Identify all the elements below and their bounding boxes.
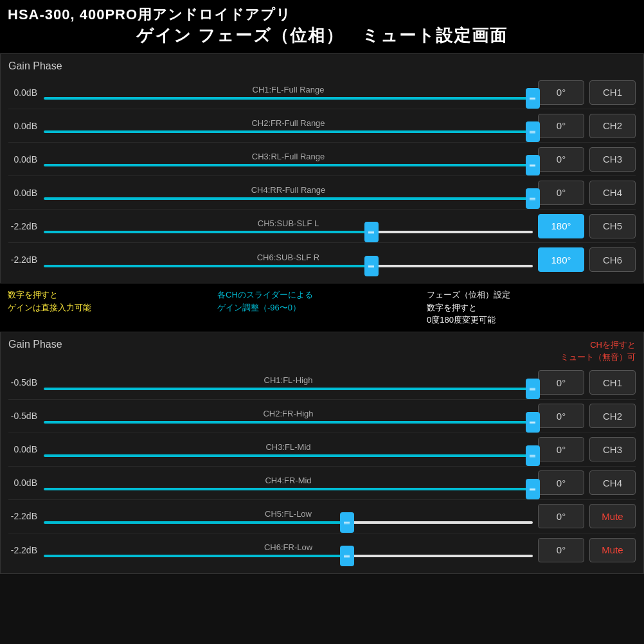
slider-area: CH4:FR-Mid — [44, 476, 533, 490]
channel-label: CH1:FL-High — [264, 375, 313, 385]
phase-button[interactable]: 0° — [538, 114, 584, 138]
header-line1: HSA-300, 400PRO用アンドロイドアプリ — [8, 5, 636, 24]
slider-area: CH1:FL-Full Range — [44, 85, 533, 100]
db-label: -0.5dB — [8, 377, 44, 388]
phase-button[interactable]: 0° — [538, 538, 584, 562]
slider-area: CH2:FR-High — [44, 409, 533, 424]
slider-track-container[interactable] — [44, 521, 533, 524]
ch-button[interactable]: CH1 — [589, 370, 636, 395]
section1-title: Gain Phase — [8, 60, 636, 72]
slider-track-container[interactable] — [44, 454, 533, 457]
slider-track-container[interactable] — [44, 197, 533, 200]
slider-track-container[interactable] — [44, 388, 533, 390]
db-label: 0.0dB — [8, 121, 44, 131]
info-col-2: 各CHのスライダーによる ゲイン調整（-96〜0） — [217, 289, 427, 326]
ch-button[interactable]: CH3 — [589, 437, 636, 461]
channel-row: 0.0dBCH4:FR-Mid0°CH4 — [8, 467, 636, 500]
slider-area: CH5:FL-Low — [44, 509, 533, 524]
info-col-3: フェーズ（位相）設定 数字を押すと 0度180度変更可能 — [427, 289, 636, 326]
slider-track-container[interactable] — [44, 231, 533, 233]
db-label: -2.2dB — [8, 545, 44, 555]
slider-thumb[interactable] — [340, 512, 354, 533]
slider-thumb[interactable] — [340, 546, 354, 566]
section2: Gain Phase CHを押すと ミュート（無音）可 -0.5dBCH1:FL… — [0, 332, 644, 574]
phase-button[interactable]: 0° — [538, 370, 584, 395]
slider-thumb[interactable] — [526, 412, 540, 433]
slider-track-container[interactable] — [44, 97, 533, 100]
db-label: 0.0dB — [8, 478, 44, 488]
slider-track — [44, 197, 533, 200]
phase-button[interactable]: 0° — [538, 437, 584, 461]
channel-label: CH4:RR-Full Range — [251, 185, 326, 195]
ch-button[interactable]: CH2 — [589, 404, 636, 428]
slider-thumb[interactable] — [364, 222, 379, 242]
slider-thumb[interactable] — [526, 188, 540, 209]
slider-area: CH4:RR-Full Range — [44, 185, 533, 200]
ch-button[interactable]: CH2 — [589, 114, 636, 138]
phase-button[interactable]: 0° — [538, 80, 584, 105]
slider-track-container[interactable] — [44, 130, 533, 133]
slider-thumb[interactable] — [526, 155, 540, 175]
slider-track — [44, 231, 371, 233]
info-col2-line2: ゲイン調整（-96〜0） — [217, 301, 427, 314]
ch-button[interactable]: CH5 — [589, 214, 636, 238]
slider-area: CH6:FR-Low — [44, 542, 533, 557]
slider-track — [44, 388, 533, 390]
channel-row: 0.0dBCH4:RR-Full Range0°CH4 — [8, 176, 636, 210]
slider-track-container[interactable] — [44, 421, 533, 424]
slider-area: CH1:FL-High — [44, 375, 533, 390]
slider-track-container[interactable] — [44, 488, 533, 490]
db-label: -2.2dB — [8, 255, 44, 265]
ch-button[interactable]: CH6 — [589, 247, 636, 272]
info-col1-line2: ゲインは直接入力可能 — [8, 301, 217, 314]
slider-track — [44, 164, 533, 166]
phase-button[interactable]: 0° — [538, 470, 584, 495]
phase-button[interactable]: 180° — [538, 214, 584, 238]
slider-area: CH3:RL-Full Range — [44, 152, 533, 166]
ch-button[interactable]: Mute — [589, 538, 636, 562]
channel-label: CH3:FL-Mid — [265, 442, 310, 452]
db-label: 0.0dB — [8, 188, 44, 198]
db-label: -2.2dB — [8, 221, 44, 231]
slider-area: CH2:FR-Full Range — [44, 118, 533, 133]
channel-row: -0.5dBCH2:FR-High0°CH2 — [8, 400, 636, 433]
ch-button[interactable]: CH3 — [589, 147, 636, 172]
channel-label: CH1:FL-Full Range — [253, 85, 325, 94]
phase-button[interactable]: 0° — [538, 504, 584, 528]
slider-thumb[interactable] — [526, 479, 540, 499]
channel-label: CH3:RL-Full Range — [252, 152, 325, 161]
channel-label: CH6:SUB-SLF R — [257, 253, 320, 262]
ch-button[interactable]: CH4 — [589, 181, 636, 205]
slider-track-container[interactable] — [44, 164, 533, 166]
slider-thumb[interactable] — [364, 256, 379, 276]
info-bar: 数字を押すと ゲインは直接入力可能 各CHのスライダーによる ゲイン調整（-96… — [0, 283, 644, 332]
slider-thumb[interactable] — [526, 88, 540, 109]
slider-thumb[interactable] — [526, 121, 540, 142]
info-col3-line3: 0度180度変更可能 — [427, 314, 636, 326]
phase-button[interactable]: 0° — [538, 404, 584, 428]
db-label: 0.0dB — [8, 154, 44, 165]
slider-track — [44, 488, 533, 490]
slider-track — [44, 265, 371, 267]
section1-channel-list: 0.0dBCH1:FL-Full Range0°CH10.0dBCH2:FR-F… — [8, 76, 636, 276]
channel-row: -2.2dBCH6:FR-Low0°Mute — [8, 533, 636, 567]
channel-row: 0.0dBCH2:FR-Full Range0°CH2 — [8, 109, 636, 143]
ch-button[interactable]: CH4 — [589, 470, 636, 495]
phase-button[interactable]: 0° — [538, 147, 584, 172]
mute-info: CHを押すと ミュート（無音）可 — [560, 339, 636, 364]
channel-row: -2.2dBCH5:SUB-SLF L180°CH5 — [8, 210, 636, 243]
db-label: -0.5dB — [8, 411, 44, 421]
phase-button[interactable]: 180° — [538, 247, 584, 272]
slider-tail — [371, 265, 533, 267]
slider-thumb[interactable] — [526, 379, 540, 399]
slider-track-container[interactable] — [44, 555, 533, 557]
ch-button[interactable]: Mute — [589, 504, 636, 528]
slider-track — [44, 421, 533, 424]
channel-row: -2.2dBCH6:SUB-SLF R180°CH6 — [8, 243, 636, 276]
slider-tail — [371, 231, 533, 233]
ch-button[interactable]: CH1 — [589, 80, 636, 105]
slider-track-container[interactable] — [44, 265, 533, 267]
slider-area: CH5:SUB-SLF L — [44, 219, 533, 233]
slider-thumb[interactable] — [526, 445, 540, 466]
phase-button[interactable]: 0° — [538, 181, 584, 205]
